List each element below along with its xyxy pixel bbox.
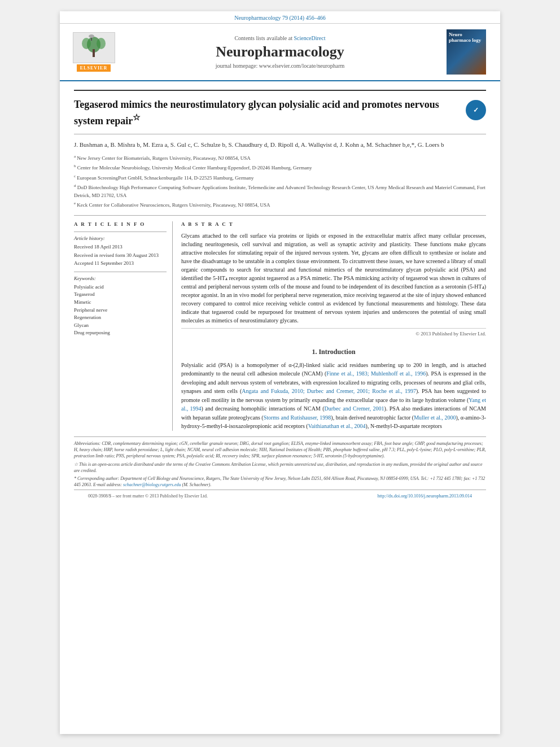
abstract-header: A B S T R A C T xyxy=(181,221,486,227)
footnotes: Abbreviations: CDR, complementary determ… xyxy=(74,436,486,488)
crossmark-badge: ✓ xyxy=(466,100,486,120)
kw-mimetic: Mimetic xyxy=(74,299,167,306)
citation-7: Vaithianathan et al., 2004 xyxy=(308,423,366,429)
citation-1: Finne et al., 1983; Muhlenhoff et al., 1… xyxy=(326,370,426,377)
journal-citation: Neuropharmacology 79 (2014) 456–466 xyxy=(234,15,325,21)
journal-header: ELSEVIER Contents lists available at Sci… xyxy=(60,24,500,81)
bottom-bar: 0028-3908/$ – see front matter © 2013 Pu… xyxy=(74,490,486,502)
citation-4: Durbec and Cremer, 2001 xyxy=(325,405,384,412)
issn-text: 0028-3908/$ – see front matter © 2013 Pu… xyxy=(88,493,208,499)
copyright-line: © 2013 Published by Elsevier Ltd. xyxy=(181,328,486,337)
svg-point-3 xyxy=(82,38,91,49)
kw-polysialic: Polysialic acid xyxy=(74,283,167,291)
keywords-section: Keywords: Polysialic acid Tegaserod Mime… xyxy=(74,272,167,337)
article-history: Article history: Received 18 April 2013 … xyxy=(74,231,167,267)
corresponding-author-footnote: * Corresponding author: Department of Ce… xyxy=(74,475,486,488)
journal-title: Neuropharmacology xyxy=(122,43,438,60)
sciencedirect-link[interactable]: ScienceDirect xyxy=(294,35,325,41)
affiliation-e: e Keck Center for Collaborative Neurosci… xyxy=(74,200,486,209)
accepted-date: Accepted 11 September 2013 xyxy=(74,260,167,267)
section-title: 1. Introduction xyxy=(181,348,486,356)
affiliations: a New Jersey Center for Biomaterials, Ru… xyxy=(74,154,486,209)
journal-center: Contents lists available at ScienceDirec… xyxy=(122,35,438,69)
article-title-section: Tegaserod mimics the neurostimulatory gl… xyxy=(74,90,486,134)
article-content: Tegaserod mimics the neurostimulatory gl… xyxy=(60,81,500,513)
citation-5: Storms and Rutishauser, 1998 xyxy=(264,414,331,421)
kw-peripheral: Peripheral nerve xyxy=(74,307,167,314)
article-title: Tegaserod mimics the neurostimulatory gl… xyxy=(74,98,460,128)
kw-glycan: Glycan xyxy=(74,322,167,329)
received-date: Received 18 April 2013 xyxy=(74,243,167,251)
elsevier-wordmark: ELSEVIER xyxy=(77,64,111,72)
keywords-label: Keywords: xyxy=(74,276,167,281)
contents-line: Contents lists available at ScienceDirec… xyxy=(122,35,438,41)
abbreviations-footnote: Abbreviations: CDR, complementary determ… xyxy=(74,440,486,460)
homepage-line: journal homepage: www.elsevier.com/locat… xyxy=(122,63,438,69)
cover-image: Neuro pharmaco logy xyxy=(447,29,486,75)
article-info-col: A R T I C L E I N F O Article history: R… xyxy=(74,221,173,431)
citation-2: Angata and Fukuda, 2010; Durbec and Crem… xyxy=(242,388,416,394)
received-revised: Received in revised form 30 August 2013 xyxy=(74,252,167,259)
svg-rect-2 xyxy=(93,49,95,57)
svg-point-4 xyxy=(97,38,106,49)
two-col-layout: A R T I C L E I N F O Article history: R… xyxy=(74,215,486,431)
history-label: Article history: xyxy=(74,235,167,241)
article-info-header: A R T I C L E I N F O xyxy=(74,221,167,227)
top-bar: Neuropharmacology 79 (2014) 456–466 xyxy=(60,11,500,24)
article-page: Neuropharmacology 79 (2014) 456–466 ELSE… xyxy=(60,11,500,734)
elsevier-logo: ELSEVIER xyxy=(71,32,116,72)
introduction-section: 1. Introduction Polysialic acid (PSA) is… xyxy=(181,342,486,431)
doi-link[interactable]: http://dx.doi.org/10.1016/j.neuropharm.2… xyxy=(378,493,472,499)
abstract-text: Glycans attached to the cell surface via… xyxy=(181,231,486,325)
email-link[interactable]: schachner@biology.rutgers.edu xyxy=(123,482,181,487)
authors-line: J. Bushman a, B. Mishra b, M. Ezra a, S.… xyxy=(74,140,486,150)
affiliation-b: b Center for Molecular Neurobiology, Uni… xyxy=(74,163,486,172)
affiliation-c: c European ScreeningPort GmbH, Schnacken… xyxy=(74,173,486,182)
kw-drug: Drug repurposing xyxy=(74,329,167,337)
kw-regeneration: Regeneration xyxy=(74,314,167,321)
affiliation-d: d DoD Biotechnology High Performance Com… xyxy=(74,183,486,199)
abstract-section: A B S T R A C T Glycans attached to the … xyxy=(181,221,486,337)
abstract-intro-col: A B S T R A C T Glycans attached to the … xyxy=(181,221,486,431)
svg-point-6 xyxy=(89,34,94,38)
elsevier-logo-image xyxy=(73,32,115,63)
citation-6: Muller et al., 2000 xyxy=(414,414,456,421)
affiliation-a: a New Jersey Center for Biomaterials, Ru… xyxy=(74,154,486,163)
kw-tegaserod: Tegaserod xyxy=(74,291,167,298)
open-access-footnote: ☆ This is an open-access article distrib… xyxy=(74,461,486,474)
journal-cover: Neuro pharmaco logy xyxy=(444,29,489,75)
intro-text: Polysialic acid (PSA) is a homopolymer o… xyxy=(181,361,486,431)
